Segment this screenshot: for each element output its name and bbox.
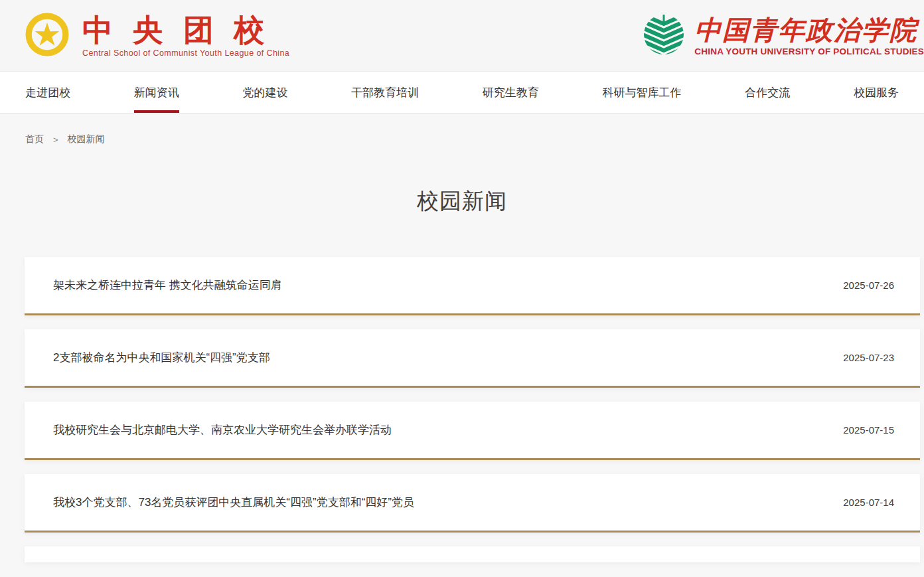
news-row[interactable]: 2支部被命名为中央和国家机关“四强”党支部 2025-07-23 bbox=[25, 329, 920, 388]
breadcrumb-separator: > bbox=[53, 135, 58, 145]
news-row-partial[interactable] bbox=[25, 546, 920, 562]
league-school-logo[interactable]: 中央团校 Central School of Communist Youth L… bbox=[25, 13, 289, 59]
league-school-name-cn: 中央团校 bbox=[82, 13, 289, 46]
nav-item-party-building[interactable]: 党的建设 bbox=[242, 72, 287, 113]
news-date: 2025-07-23 bbox=[843, 352, 894, 363]
page-title: 校园新闻 bbox=[0, 187, 924, 216]
nav-item-cooperation[interactable]: 合作交流 bbox=[745, 72, 790, 113]
nav-item-about[interactable]: 走进团校 bbox=[25, 72, 70, 113]
tree-emblem-icon bbox=[643, 13, 685, 58]
nav-item-campus-services[interactable]: 校园服务 bbox=[854, 72, 899, 113]
news-date: 2025-07-26 bbox=[843, 280, 894, 291]
nav-item-research[interactable]: 科研与智库工作 bbox=[603, 72, 682, 113]
news-row[interactable]: 我校研究生会与北京邮电大学、南京农业大学研究生会举办联学活动 2025-07-1… bbox=[25, 402, 920, 460]
news-title: 2支部被命名为中央和国家机关“四强”党支部 bbox=[53, 350, 270, 365]
main-nav: 走进团校 新闻资讯 党的建设 干部教育培训 研究生教育 科研与智库工作 合作交流… bbox=[0, 72, 924, 114]
news-title: 我校研究生会与北京邮电大学、南京农业大学研究生会举办联学活动 bbox=[53, 422, 392, 438]
university-logo[interactable]: 中国青年政治学院 CHINA YOUTH UNIVERSITY OF POLIT… bbox=[643, 13, 924, 58]
news-title: 架未来之桥连中拉青年 携文化共融筑命运同肩 bbox=[53, 278, 282, 293]
league-school-name-en: Central School of Communist Youth League… bbox=[82, 48, 289, 58]
news-date: 2025-07-15 bbox=[843, 424, 894, 436]
news-row[interactable]: 架未来之桥连中拉青年 携文化共融筑命运同肩 2025-07-26 bbox=[25, 257, 920, 315]
university-name-cn: 中国青年政治学院 bbox=[694, 15, 924, 45]
nav-item-graduate-education[interactable]: 研究生教育 bbox=[483, 72, 539, 113]
news-date: 2025-07-14 bbox=[843, 497, 894, 508]
university-name-en: CHINA YOUTH UNIVERSITY OF POLITICAL STUD… bbox=[694, 46, 924, 56]
breadcrumb: 首页 > 校园新闻 bbox=[25, 133, 924, 145]
nav-item-cadre-training[interactable]: 干部教育培训 bbox=[351, 72, 419, 113]
news-row[interactable]: 我校3个党支部、73名党员获评团中央直属机关“四强”党支部和“四好”党员 202… bbox=[25, 474, 920, 533]
nav-item-news[interactable]: 新闻资讯 bbox=[134, 72, 179, 113]
star-ring-emblem-icon bbox=[25, 13, 69, 59]
site-header: 中央团校 Central School of Communist Youth L… bbox=[0, 0, 924, 72]
breadcrumb-home-link[interactable]: 首页 bbox=[25, 133, 44, 145]
breadcrumb-current[interactable]: 校园新闻 bbox=[68, 133, 105, 145]
news-title: 我校3个党支部、73名党员获评团中央直属机关“四强”党支部和“四好”党员 bbox=[53, 495, 414, 510]
news-list: 架未来之桥连中拉青年 携文化共融筑命运同肩 2025-07-26 2支部被命名为… bbox=[25, 257, 920, 562]
